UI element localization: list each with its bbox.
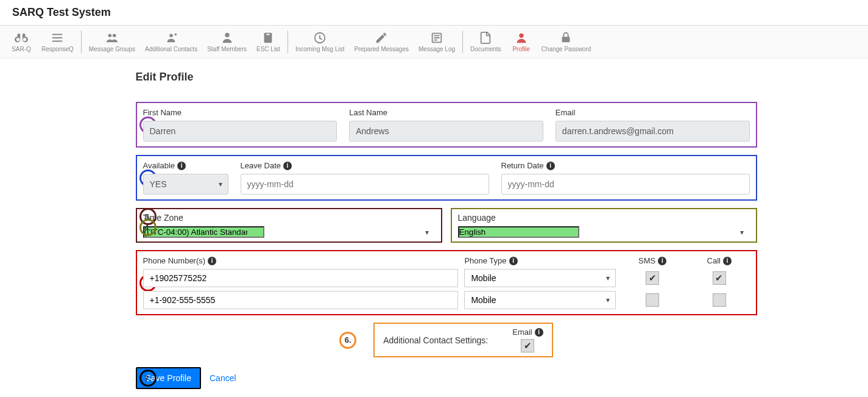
last-name-label: Last Name bbox=[349, 108, 543, 117]
toolbar-incoming-msg[interactable]: Incoming Msg List bbox=[291, 29, 350, 55]
call-checkbox[interactable] bbox=[713, 293, 726, 307]
list-icon bbox=[51, 31, 64, 45]
annotation-bullet-4: 4. bbox=[139, 219, 157, 236]
toolbar-label: Message Log bbox=[418, 46, 455, 52]
email-checkbox[interactable] bbox=[521, 339, 534, 352]
available-select[interactable] bbox=[143, 174, 228, 195]
phone-row bbox=[143, 269, 750, 287]
svg-point-6 bbox=[519, 34, 523, 38]
phone-type-select[interactable] bbox=[464, 269, 616, 287]
email-input[interactable] bbox=[556, 121, 750, 141]
toolbar-label: Incoming Msg List bbox=[295, 46, 345, 52]
phone-type-label: Phone Type i bbox=[464, 256, 616, 265]
additional-contact-label: Additional Contact Settings: bbox=[383, 335, 488, 345]
toolbar-profile[interactable]: Profile bbox=[506, 29, 537, 55]
return-date-label: Return Date i bbox=[501, 161, 750, 170]
log-icon bbox=[430, 31, 443, 45]
info-icon[interactable]: i bbox=[546, 162, 555, 170]
toolbar-prepared-msg[interactable]: Prepared Messages bbox=[349, 29, 414, 55]
toolbar-label: Change Password bbox=[542, 46, 591, 52]
phone-numbers-label: Phone Number(s) i bbox=[143, 256, 459, 265]
call-label: Call i bbox=[689, 256, 750, 265]
phone-section: Phone Number(s) i Phone Type i SMS i Cal… bbox=[136, 250, 757, 315]
user-icon bbox=[515, 31, 528, 45]
binoculars-icon bbox=[15, 31, 28, 45]
contacts-icon bbox=[164, 31, 178, 45]
info-icon[interactable]: i bbox=[283, 162, 292, 170]
svg-rect-7 bbox=[562, 37, 570, 42]
info-icon[interactable]: i bbox=[723, 257, 732, 265]
toolbar-label: Message Groups bbox=[89, 46, 135, 52]
svg-point-1 bbox=[113, 34, 116, 38]
annotation-bullet-6: 6. bbox=[339, 332, 356, 349]
info-icon[interactable]: i bbox=[208, 257, 216, 265]
person-icon bbox=[221, 31, 234, 45]
phone-type-select[interactable] bbox=[464, 291, 616, 309]
toolbar-label: Staff Members bbox=[207, 46, 247, 52]
available-label: Available i bbox=[143, 161, 228, 170]
toolbar-staff-members[interactable]: Staff Members bbox=[202, 29, 252, 55]
return-date-input[interactable] bbox=[501, 174, 750, 195]
svg-point-0 bbox=[108, 34, 111, 38]
toolbar-change-password[interactable]: Change Password bbox=[537, 29, 596, 55]
toolbar-divider bbox=[288, 30, 288, 53]
additional-contact-section: Additional Contact Settings: Email i bbox=[373, 323, 553, 357]
availability-section: Available i Leave Date i Return Date i bbox=[136, 155, 757, 201]
toolbar-divider bbox=[81, 30, 82, 53]
toolbar-label: ResponseQ bbox=[41, 46, 74, 52]
toolbar-label: ESC List bbox=[256, 46, 280, 52]
app-header: SARQ Test System bbox=[0, 0, 868, 26]
toolbar-label: Additional Contacts bbox=[145, 46, 197, 52]
toolbar-sarq[interactable]: SAR-Q bbox=[6, 29, 37, 55]
timezone-select[interactable] bbox=[143, 226, 264, 238]
email-col-label: Email i bbox=[512, 327, 543, 337]
toolbar-documents[interactable]: Documents bbox=[465, 29, 506, 55]
first-name-label: First Name bbox=[143, 108, 337, 117]
lock-icon bbox=[559, 31, 573, 45]
svg-point-3 bbox=[225, 33, 229, 37]
phone-number-input[interactable] bbox=[143, 291, 459, 309]
info-icon[interactable]: i bbox=[535, 328, 543, 337]
cancel-link[interactable]: Cancel bbox=[210, 373, 236, 383]
email-label: Email bbox=[556, 108, 750, 117]
toolbar-label: Prepared Messages bbox=[354, 46, 409, 52]
pencil-icon bbox=[375, 31, 388, 45]
info-icon[interactable]: i bbox=[177, 162, 186, 170]
app-title: SARQ Test System bbox=[12, 6, 856, 19]
timezone-section: Time Zone bbox=[136, 208, 442, 243]
annotation-bullet-7: 7. bbox=[139, 370, 157, 387]
language-section: Language bbox=[451, 208, 757, 243]
sms-checkbox[interactable] bbox=[646, 271, 659, 285]
call-checkbox[interactable] bbox=[713, 271, 726, 285]
name-email-section: First Name Last Name Email bbox=[136, 102, 757, 148]
page-title: Edit Profile bbox=[136, 71, 757, 84]
clipboard-icon bbox=[261, 31, 275, 45]
toolbar-additional-contacts[interactable]: Additional Contacts bbox=[140, 29, 202, 55]
toolbar-label: Documents bbox=[470, 46, 501, 52]
toolbar-divider bbox=[462, 30, 463, 53]
page-content: Edit Profile 1. First Name Last Name Ema… bbox=[99, 71, 769, 397]
sms-checkbox[interactable] bbox=[646, 293, 659, 307]
svg-point-2 bbox=[169, 34, 173, 38]
phone-row bbox=[143, 291, 750, 309]
first-name-input[interactable] bbox=[143, 121, 337, 141]
leave-date-label: Leave Date i bbox=[241, 161, 489, 170]
toolbar-label: SAR-Q bbox=[12, 46, 31, 52]
groups-icon bbox=[105, 31, 119, 45]
main-toolbar: SAR-Q ResponseQ Message Groups Additiona… bbox=[0, 26, 868, 59]
toolbar-message-log[interactable]: Message Log bbox=[414, 29, 460, 55]
doc-icon bbox=[479, 31, 492, 45]
incoming-icon bbox=[313, 31, 326, 45]
toolbar-message-groups[interactable]: Message Groups bbox=[84, 29, 140, 55]
info-icon[interactable]: i bbox=[658, 257, 666, 265]
language-label: Language bbox=[458, 213, 750, 223]
toolbar-label: Profile bbox=[512, 46, 529, 52]
leave-date-input[interactable] bbox=[241, 174, 489, 195]
toolbar-responseq[interactable]: ResponseQ bbox=[37, 29, 79, 55]
phone-number-input[interactable] bbox=[143, 269, 459, 287]
last-name-input[interactable] bbox=[349, 121, 543, 141]
toolbar-esc-list[interactable]: ESC List bbox=[252, 29, 285, 55]
info-icon[interactable]: i bbox=[509, 257, 518, 265]
language-select[interactable] bbox=[458, 226, 579, 238]
sms-label: SMS i bbox=[622, 256, 683, 265]
